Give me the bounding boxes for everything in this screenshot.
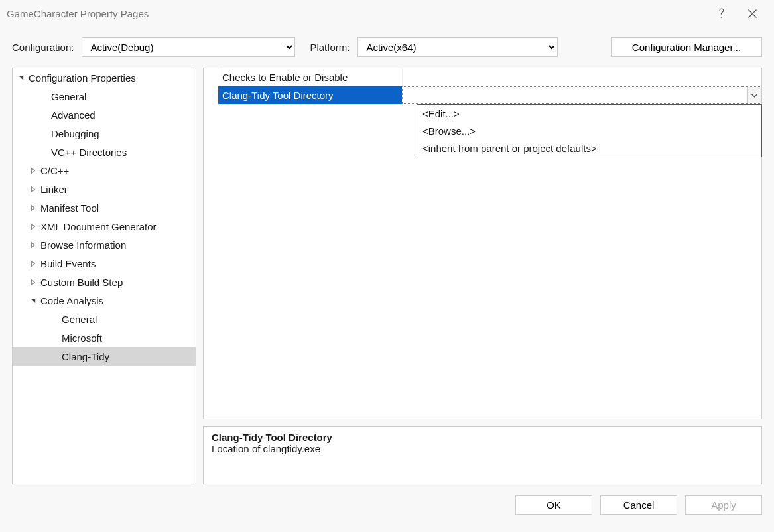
tree-spacer [50, 314, 59, 324]
chevron-down-icon [751, 94, 757, 98]
tree-item[interactable]: Microsoft [13, 328, 196, 347]
tree-item-label: Clang-Tidy [62, 351, 109, 362]
dropdown-item-edit[interactable]: <Edit...> [417, 105, 761, 122]
footer: OK Cancel Apply [0, 484, 774, 525]
chevron-right-icon [29, 203, 38, 212]
help-icon [718, 8, 726, 19]
config-row: Configuration: Active(Debug) Platform: A… [0, 27, 774, 68]
grid-row[interactable]: Checks to Enable or Disable [204, 68, 761, 86]
grid-key: Clang-Tidy Tool Directory [218, 86, 402, 104]
tree-item-label: C/C++ [40, 165, 69, 176]
tree-item[interactable]: Debugging [13, 124, 196, 143]
tree-spacer [39, 147, 48, 157]
close-icon [748, 9, 757, 18]
ok-button[interactable]: OK [515, 495, 592, 515]
tree-item-label: Custom Build Step [40, 277, 123, 288]
tree-item-label: Browse Information [40, 239, 126, 251]
tree-item[interactable]: Linker [13, 180, 196, 198]
value-dropdown-button[interactable] [747, 87, 761, 103]
property-grid[interactable]: Checks to Enable or DisableClang-Tidy To… [203, 68, 762, 419]
configuration-select[interactable]: Active(Debug) [82, 37, 295, 57]
tree-spacer [39, 129, 48, 138]
description-panel: Clang-Tidy Tool Directory Location of cl… [203, 426, 762, 484]
help-button[interactable] [706, 0, 737, 27]
description-text: Location of clangtidy.exe [212, 443, 753, 454]
chevron-down-icon [17, 73, 26, 82]
tree-item[interactable]: XML Document Generator [13, 217, 196, 235]
config-manager-button[interactable]: Configuration Manager... [611, 37, 762, 57]
chevron-right-icon [29, 222, 38, 231]
tree-item-label: Build Events [40, 258, 96, 269]
tree-item[interactable]: Custom Build Step [13, 273, 196, 291]
close-button[interactable] [737, 0, 767, 27]
configuration-label: Configuration: [12, 42, 74, 53]
tree-spacer [50, 333, 59, 342]
tree-item-label: Advanced [51, 109, 96, 121]
grid-row[interactable]: Clang-Tidy Tool Directory [204, 86, 761, 104]
cancel-button[interactable]: Cancel [600, 495, 677, 515]
chevron-right-icon [29, 166, 38, 175]
tree-item-label: Manifest Tool [40, 202, 99, 214]
dropdown-item-inherit[interactable]: <inherit from parent or project defaults… [417, 139, 761, 157]
grid-gutter [204, 86, 218, 104]
description-title: Clang-Tidy Tool Directory [212, 432, 753, 443]
grid-value[interactable] [402, 86, 761, 104]
grid-value[interactable] [402, 68, 761, 86]
tree-item[interactable]: VC++ Directories [13, 143, 196, 161]
tree-item-label: Microsoft [62, 332, 102, 344]
tree-item[interactable]: Advanced [13, 105, 196, 124]
tree-item-label: Linker [40, 184, 68, 195]
tree-item-label: XML Document Generator [40, 221, 157, 232]
tree-item[interactable]: General [13, 87, 196, 105]
window-title: GameCharacter Property Pages [7, 8, 149, 19]
grid-key: Checks to Enable or Disable [218, 68, 402, 86]
platform-select[interactable]: Active(x64) [357, 37, 558, 57]
chevron-right-icon [29, 240, 38, 249]
titlebar: GameCharacter Property Pages [0, 0, 774, 27]
tree-spacer [39, 92, 48, 101]
tree-item[interactable]: Clang-Tidy [13, 347, 196, 366]
chevron-right-icon [29, 277, 38, 287]
tree-item[interactable]: Build Events [13, 254, 196, 273]
tree-item[interactable]: General [13, 310, 196, 328]
tree-item[interactable]: Manifest Tool [13, 198, 196, 217]
tree-item-label: Code Analysis [40, 295, 103, 306]
dropdown-item-browse[interactable]: <Browse...> [417, 122, 761, 139]
chevron-down-icon [29, 296, 38, 305]
tree[interactable]: Configuration Properties GeneralAdvanced… [12, 68, 196, 484]
chevron-right-icon [29, 259, 38, 268]
tree-item-label: VC++ Directories [51, 147, 127, 158]
apply-button[interactable]: Apply [685, 495, 762, 515]
tree-item[interactable]: C/C++ [13, 161, 196, 180]
tree-item-label: Debugging [51, 128, 99, 139]
tree-root[interactable]: Configuration Properties [13, 68, 196, 87]
tree-item-label: General [62, 314, 97, 325]
tree-spacer [39, 110, 48, 119]
platform-label: Platform: [310, 42, 350, 53]
value-dropdown[interactable]: <Edit...> <Browse...> <inherit from pare… [417, 104, 762, 157]
grid-gutter [204, 68, 218, 86]
tree-item-label: General [51, 91, 86, 102]
tree-item[interactable]: Code Analysis [13, 291, 196, 310]
tree-spacer [50, 352, 59, 361]
tree-root-label: Configuration Properties [29, 72, 136, 84]
tree-item[interactable]: Browse Information [13, 235, 196, 254]
chevron-right-icon [29, 184, 38, 194]
